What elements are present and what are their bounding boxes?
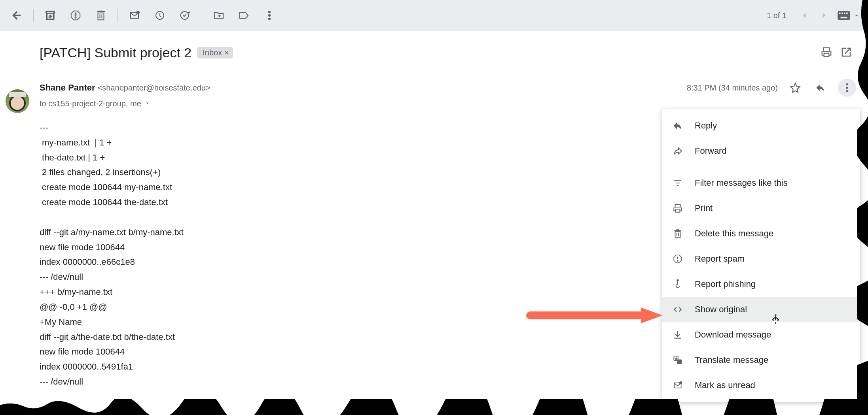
menu-label: Report spam: [695, 254, 745, 264]
menu-label: Mark as unread: [695, 380, 755, 390]
more-icon[interactable]: [257, 3, 282, 28]
menu-label: Reply: [695, 121, 717, 131]
report-spam-icon[interactable]: [63, 3, 88, 28]
svg-rect-6: [838, 11, 850, 20]
svg-rect-7: [839, 13, 841, 14]
annotation-arrow: [526, 304, 669, 327]
code-icon: [672, 304, 684, 315]
inbox-label-chip[interactable]: Inbox ×: [197, 47, 233, 58]
add-task-icon[interactable]: [172, 3, 198, 28]
move-to-icon[interactable]: [206, 3, 231, 28]
svg-point-3: [269, 11, 271, 13]
svg-text:文: 文: [678, 360, 682, 364]
label-text: Inbox: [203, 48, 222, 57]
star-icon[interactable]: [787, 80, 803, 96]
svg-point-16: [677, 279, 678, 281]
menu-forward[interactable]: Forward: [662, 138, 860, 164]
reply-icon[interactable]: [813, 80, 828, 96]
svg-point-14: [846, 90, 848, 92]
labels-icon[interactable]: [231, 3, 257, 28]
message-options-menu: Reply Forward Filter messages like this …: [662, 109, 860, 402]
svg-point-13: [846, 87, 848, 89]
show-details-icon[interactable]: [144, 99, 151, 108]
menu-reply[interactable]: Reply: [662, 113, 860, 138]
menu-translate[interactable]: G文 Translate message: [662, 347, 860, 373]
prev-message-icon[interactable]: [794, 6, 814, 25]
phishing-icon: [672, 279, 684, 289]
recipients-line[interactable]: to cs155-project-2-group, me: [40, 99, 856, 108]
svg-point-12: [846, 83, 848, 85]
sender-avatar[interactable]: [6, 89, 29, 113]
svg-rect-8: [841, 13, 843, 14]
snooze-icon[interactable]: [147, 3, 172, 28]
separator: [33, 9, 34, 22]
message-counter: 1 of 1: [767, 11, 787, 20]
svg-text:G: G: [675, 357, 678, 360]
subject-actions: [821, 46, 852, 60]
sender-block: Shane Panter <shanepanter@boisestate.edu…: [0, 60, 868, 108]
filter-icon: [672, 178, 684, 188]
svg-rect-10: [846, 13, 848, 14]
menu-label: Delete this message: [695, 228, 773, 239]
next-message-icon[interactable]: [814, 6, 834, 25]
menu-mark-unread[interactable]: Mark as unread: [662, 373, 860, 398]
separator: [202, 9, 202, 22]
print-icon[interactable]: [821, 46, 832, 60]
separator: [118, 9, 118, 22]
mouse-cursor: [771, 314, 783, 326]
toolbar-left: [4, 3, 282, 28]
toolbar: 1 of 1: [0, 0, 868, 31]
menu-report-phishing[interactable]: Report phishing: [662, 272, 860, 297]
menu-print[interactable]: Print: [662, 196, 860, 221]
remove-label-icon[interactable]: ×: [224, 48, 229, 57]
delete-icon: [672, 228, 684, 239]
menu-download[interactable]: Download message: [662, 322, 860, 347]
menu-label: Download message: [695, 330, 771, 340]
subject-row: [PATCH] Submit project 2 Inbox ×: [0, 31, 868, 60]
menu-delete[interactable]: Delete this message: [662, 221, 860, 246]
menu-label: Report phishing: [695, 279, 756, 289]
forward-icon: [672, 146, 684, 156]
message-more-button[interactable]: [838, 79, 856, 97]
menu-label: Show original: [695, 304, 747, 315]
unread-icon: [672, 380, 684, 390]
recipients-text: to cs155-project-2-group, me: [40, 99, 141, 108]
email-subject: [PATCH] Submit project 2: [40, 45, 191, 60]
menu-label: Print: [695, 203, 713, 213]
back-icon[interactable]: [4, 3, 29, 28]
svg-rect-9: [844, 13, 845, 14]
menu-separator: [662, 167, 860, 167]
mark-unread-icon[interactable]: [122, 3, 147, 28]
open-in-new-icon[interactable]: [840, 46, 852, 60]
menu-label: Filter messages like this: [695, 178, 788, 188]
download-icon: [672, 330, 684, 340]
svg-point-0: [136, 11, 140, 14]
message-timestamp: 8:31 PM (34 minutes ago): [687, 83, 778, 92]
torn-edge-bottom: [0, 399, 868, 415]
torn-edge-right: [857, 0, 868, 415]
sender-email: <shanepanter@boisestate.edu>: [98, 83, 210, 92]
reply-icon: [672, 121, 684, 131]
menu-label: Forward: [695, 146, 727, 156]
svg-point-15: [677, 260, 678, 261]
menu-filter[interactable]: Filter messages like this: [662, 170, 860, 196]
svg-point-4: [269, 15, 271, 17]
print-icon: [672, 203, 684, 213]
svg-point-5: [269, 18, 271, 20]
menu-label: Translate message: [695, 355, 768, 365]
sender-name: Shane Panter: [40, 83, 95, 93]
menu-report-spam[interactable]: Report spam: [662, 246, 860, 272]
menu-show-original[interactable]: Show original: [662, 297, 860, 322]
delete-icon[interactable]: [88, 3, 114, 28]
svg-rect-11: [841, 17, 847, 19]
spam-icon: [672, 254, 684, 264]
svg-point-21: [679, 381, 682, 384]
translate-icon: G文: [672, 355, 684, 365]
archive-icon[interactable]: [38, 3, 63, 28]
